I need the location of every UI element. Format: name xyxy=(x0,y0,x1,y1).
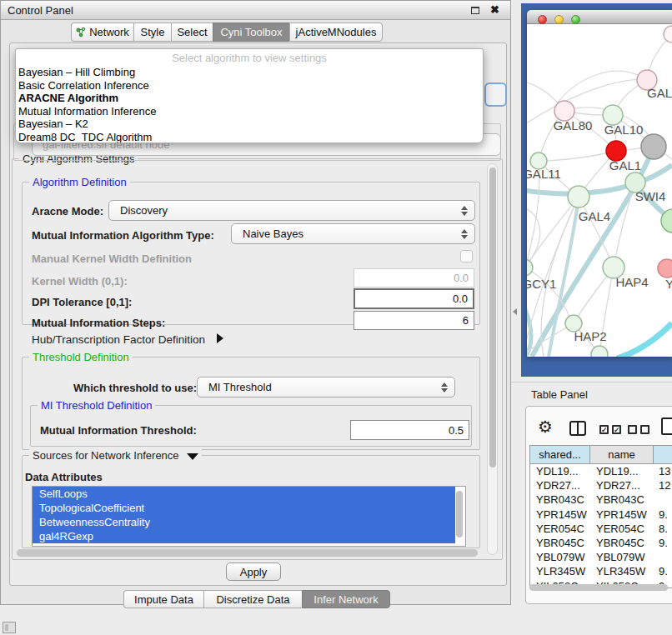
document-icon[interactable] xyxy=(661,418,672,435)
manual-kernel-checkbox[interactable] xyxy=(460,250,473,262)
settings-gear-icon[interactable]: ⚙ xyxy=(538,418,553,435)
tab-infer-network[interactable]: Infer Network xyxy=(302,590,390,608)
table-row[interactable]: YBR045CYBR045C9. xyxy=(530,536,672,550)
table-row[interactable]: YLR345WYLR345W9. xyxy=(530,564,672,578)
dropdown-item[interactable]: ARACNE Algorithm xyxy=(16,92,483,105)
tab-select[interactable]: Select xyxy=(171,22,213,42)
table-cell: 8. xyxy=(654,522,672,535)
dropdown-item[interactable]: Dream8 DC_TDC Algorithm xyxy=(16,131,483,144)
checked-box-icon[interactable]: ✓ xyxy=(599,425,609,434)
table-cell: YLR345W xyxy=(590,565,654,578)
close-icon[interactable]: ✖ xyxy=(490,3,499,16)
network-node-label: GAL1 xyxy=(609,158,641,172)
tab-label: Impute Data xyxy=(134,593,193,606)
data-attributes-list[interactable]: SelfLoopsTopologicalCoefficientBetweenne… xyxy=(32,486,466,547)
dropdown-item[interactable]: Bayesian – Hill Climbing xyxy=(16,66,483,79)
tab-impute-data[interactable]: Impute Data xyxy=(123,590,203,608)
mi-threshold-value: 0.5 xyxy=(449,424,464,437)
tab-style[interactable]: Style xyxy=(133,22,171,42)
data-attributes-label: Data Attributes xyxy=(25,471,103,483)
dropdown-item[interactable]: Bayesian – K2 xyxy=(16,118,483,131)
network-node[interactable] xyxy=(658,259,672,278)
attribute-list-item[interactable]: SelfLoops xyxy=(33,487,455,501)
algorithm-definition-title: Algorithm Definition xyxy=(29,176,130,188)
table-cell: YER054C xyxy=(530,522,590,535)
tab-network[interactable]: Network xyxy=(71,22,133,42)
table-horizontal-scrollbar[interactable] xyxy=(529,583,672,592)
table-cell: YBL079W xyxy=(530,551,590,563)
table-row[interactable]: YPR145WYPR145W9. xyxy=(530,508,672,522)
dropdown-item[interactable]: Mutual Information Inference xyxy=(16,105,483,118)
threshold-definition-title: Threshold Definition xyxy=(29,351,133,363)
table-row[interactable]: YER054CYER054C8. xyxy=(530,522,672,536)
tab-cyni-toolbox[interactable]: Cyni Toolbox xyxy=(213,22,289,42)
column-header-shared-name[interactable]: shared... xyxy=(530,446,590,463)
network-icon xyxy=(76,28,86,38)
network-window: GALGAL80GAL10GAL1GAL11SWI4GAL4GCY1HAP4YH… xyxy=(527,10,672,357)
table-header-row: shared... name xyxy=(530,446,672,464)
tab-discretize-data[interactable]: Discretize Data xyxy=(203,590,302,608)
checked-box-icon[interactable]: ✓ xyxy=(612,425,621,434)
attribute-list-item[interactable]: BetweennessCentrality xyxy=(33,515,455,529)
hub-definition-header[interactable]: Hub/Transcription Factor Definition xyxy=(32,333,223,346)
table-row[interactable]: YDR27...YDR27...12 xyxy=(530,478,672,492)
table-cell: YPR145W xyxy=(590,508,654,521)
settings-vertical-scrollbar[interactable] xyxy=(487,163,498,555)
network-node-label: GAL4 xyxy=(579,209,610,223)
aracne-mode-combo[interactable]: Discovery xyxy=(108,200,475,221)
close-traffic-light-icon[interactable] xyxy=(538,15,547,24)
network-node[interactable] xyxy=(641,134,666,159)
dropdown-item[interactable]: Basic Correlation Inference xyxy=(16,79,483,92)
network-node[interactable] xyxy=(591,346,608,357)
dpi-tolerance-field[interactable]: 0.0 xyxy=(354,288,474,309)
mi-threshold-field[interactable]: 0.5 xyxy=(350,420,469,440)
kernel-width-field[interactable]: 0.0 xyxy=(354,268,474,288)
sources-group-title[interactable]: Sources for Network Inference xyxy=(29,449,202,462)
network-node-label: GAL10 xyxy=(604,122,644,137)
network-node[interactable] xyxy=(527,259,533,276)
table-panel-separator xyxy=(511,382,672,382)
split-columns-icon[interactable] xyxy=(569,421,586,436)
network-node[interactable] xyxy=(568,186,589,208)
algorithm-dropdown-popup: Select algorithm to view settings Bayesi… xyxy=(15,48,484,143)
table-cell: 9. xyxy=(654,508,672,521)
table-row[interactable]: YBL079WYBL079W xyxy=(530,550,672,564)
dpi-tolerance-value: 0.0 xyxy=(453,292,468,305)
table-cell: YDL19... xyxy=(590,465,654,478)
which-threshold-combo[interactable]: MI Threshold xyxy=(197,377,455,398)
table-row[interactable]: YDL19...YDL19...13 xyxy=(530,464,672,478)
tab-jactivemnodules[interactable]: jActiveMNodules xyxy=(289,22,383,42)
minimize-traffic-light-icon[interactable] xyxy=(554,15,564,24)
which-threshold-label: Which threshold to use: xyxy=(73,382,197,394)
tab-label: Cyni Toolbox xyxy=(220,26,282,38)
attributes-list-scrollbar[interactable] xyxy=(455,491,464,541)
network-window-titlebar xyxy=(527,10,672,24)
minimized-panel-icon[interactable] xyxy=(3,622,16,633)
float-window-icon[interactable] xyxy=(471,7,479,14)
column-header-name[interactable]: name xyxy=(590,446,654,463)
table-row[interactable]: YBR043CYBR043C xyxy=(530,492,672,507)
mi-threshold-label: Mutual Information Threshold: xyxy=(40,424,197,437)
settings-horizontal-scrollbar[interactable] xyxy=(17,548,481,558)
apply-button[interactable]: Apply xyxy=(226,562,281,581)
mi-steps-field[interactable]: 6 xyxy=(354,311,474,330)
zoom-traffic-light-icon[interactable] xyxy=(571,15,580,24)
table-cell: YDR27... xyxy=(530,479,590,492)
mi-steps-value: 6 xyxy=(463,314,469,327)
mi-type-value: Naive Bayes xyxy=(243,228,303,240)
network-node[interactable] xyxy=(664,26,672,42)
unchecked-box-icon[interactable] xyxy=(628,425,637,434)
table-cell: YBR043C xyxy=(590,493,654,506)
aracne-mode-label: Aracne Mode: xyxy=(32,205,103,218)
attribute-list-item[interactable]: TopologicalCoefficient xyxy=(33,501,455,515)
column-header-partial[interactable] xyxy=(654,446,672,463)
panel-divider-handle[interactable] xyxy=(513,308,517,315)
attribute-list-item[interactable]: gal4RGexp xyxy=(33,529,455,543)
window-title: Control Panel xyxy=(8,4,73,17)
network-node-label: HAP4 xyxy=(615,275,648,289)
algorithm-combo-partial[interactable] xyxy=(484,82,507,107)
network-node-label: GAL xyxy=(647,86,672,100)
network-canvas[interactable]: GALGAL80GAL10GAL1GAL11SWI4GAL4GCY1HAP4YH… xyxy=(527,24,672,357)
unchecked-box-icon[interactable] xyxy=(640,425,649,434)
mi-type-combo[interactable]: Naive Bayes xyxy=(231,223,475,244)
